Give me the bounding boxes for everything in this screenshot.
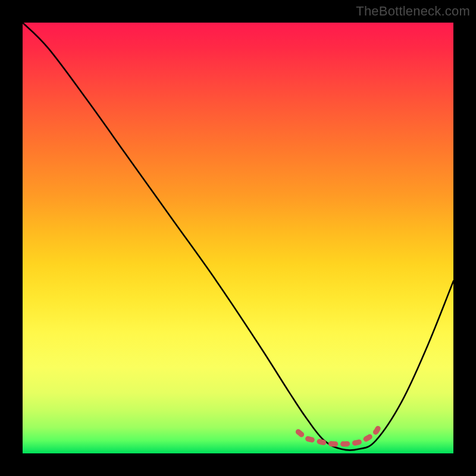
- chart-plot-area: [23, 23, 453, 453]
- optimal-range-marker: [298, 423, 380, 444]
- watermark-text: TheBottleneck.com: [356, 4, 470, 19]
- bottleneck-curve-line: [23, 23, 453, 450]
- chart-svg: [23, 23, 453, 453]
- chart-frame: TheBottleneck.com: [0, 0, 476, 476]
